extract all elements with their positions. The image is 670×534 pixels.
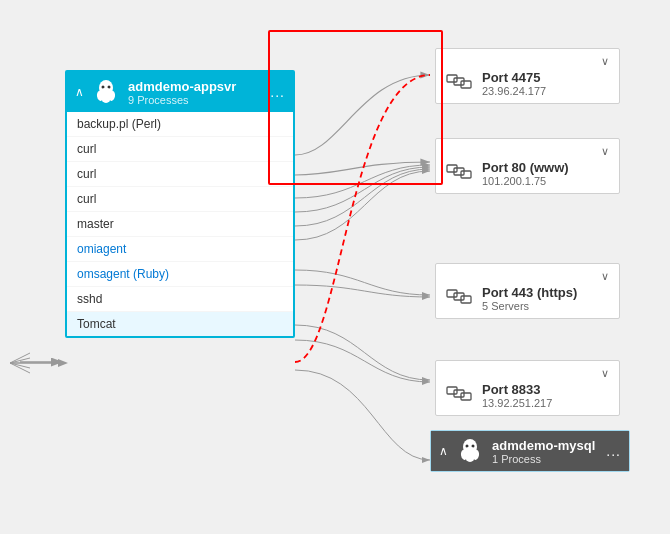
- port-80-header: ∨: [446, 145, 609, 158]
- process-list: backup.pl (Perl) curl curl curl master o…: [67, 112, 293, 336]
- svg-point-34: [465, 450, 475, 462]
- mysql-expand-icon[interactable]: ∧: [439, 444, 448, 458]
- port-4475-collapse[interactable]: ∨: [601, 55, 609, 68]
- process-item-omiagent[interactable]: omiagent: [67, 237, 293, 262]
- network-icon-443: [446, 287, 474, 311]
- port-443-header: ∨: [446, 270, 609, 283]
- port-443-title: Port 443 (https): [482, 285, 577, 300]
- canvas: ∧ admdemo-appsvr 9 Processes ... backup.…: [0, 0, 670, 534]
- port-80-collapse[interactable]: ∨: [601, 145, 609, 158]
- mysql-header: ∧ admdemo-mysql 1 Process ...: [431, 431, 629, 471]
- expand-icon[interactable]: ∧: [75, 85, 84, 99]
- server-name: admdemo-appsvr: [128, 79, 236, 94]
- port-443-subtitle: 5 Servers: [482, 300, 577, 312]
- network-icon-80: [446, 162, 474, 186]
- port-8833-title: Port 8833: [482, 382, 552, 397]
- svg-point-11: [108, 86, 111, 89]
- process-item[interactable]: curl: [67, 137, 293, 162]
- port-443-collapse[interactable]: ∨: [601, 270, 609, 283]
- server-card-header: ∧ admdemo-appsvr 9 Processes ...: [67, 72, 293, 112]
- svg-point-10: [102, 86, 105, 89]
- mysql-server-card: ∧ admdemo-mysql 1 Process ...: [430, 430, 630, 472]
- linux-icon: [92, 78, 120, 106]
- svg-line-8: [10, 363, 30, 373]
- port-80-info: Port 80 (www) 101.200.1.75: [446, 160, 609, 187]
- port-4475-subtitle: 23.96.24.177: [482, 85, 546, 97]
- port-4475-header: ∨: [446, 55, 609, 68]
- process-item[interactable]: backup.pl (Perl): [67, 112, 293, 137]
- port-80-subtitle: 101.200.1.75: [482, 175, 569, 187]
- mysql-title-group: admdemo-mysql 1 Process: [492, 438, 595, 465]
- port-4475-card: ∨ Port 4475 23.96.24.177: [435, 48, 620, 104]
- svg-point-15: [101, 91, 111, 103]
- port-443-card: ∨ Port 443 (https) 5 Servers: [435, 263, 620, 319]
- port-8833-collapse[interactable]: ∨: [601, 367, 609, 380]
- port-80-card: ∨ Port 80 (www) 101.200.1.75: [435, 138, 620, 194]
- mysql-linux-icon: [456, 437, 484, 465]
- main-server-card: ∧ admdemo-appsvr 9 Processes ... backup.…: [65, 70, 295, 338]
- process-item-tomcat[interactable]: Tomcat: [67, 312, 293, 336]
- port-4475-title: Port 4475: [482, 70, 546, 85]
- port-8833-card: ∨ Port 8833 13.92.251.217: [435, 360, 620, 416]
- mysql-more-icon[interactable]: ...: [606, 443, 621, 459]
- process-item-omsagent[interactable]: omsagent (Ruby): [67, 262, 293, 287]
- mysql-name: admdemo-mysql: [492, 438, 595, 453]
- mysql-processes: 1 Process: [492, 453, 595, 465]
- process-item[interactable]: curl: [67, 187, 293, 212]
- svg-line-5: [10, 353, 30, 363]
- process-item[interactable]: master: [67, 212, 293, 237]
- port-8833-text: Port 8833 13.92.251.217: [482, 382, 552, 409]
- svg-marker-4: [58, 359, 68, 367]
- port-443-info: Port 443 (https) 5 Servers: [446, 285, 609, 312]
- port-80-text: Port 80 (www) 101.200.1.75: [482, 160, 569, 187]
- svg-point-29: [466, 445, 469, 448]
- port-8833-header: ∨: [446, 367, 609, 380]
- more-options-icon[interactable]: ...: [270, 84, 285, 100]
- incoming-arrow-svg: [5, 348, 70, 378]
- port-443-text: Port 443 (https) 5 Servers: [482, 285, 577, 312]
- network-icon-8833: [446, 384, 474, 408]
- server-processes: 9 Processes: [128, 94, 236, 106]
- port-4475-info: Port 4475 23.96.24.177: [446, 70, 609, 97]
- process-item[interactable]: curl: [67, 162, 293, 187]
- port-4475-text: Port 4475 23.96.24.177: [482, 70, 546, 97]
- server-title-group: admdemo-appsvr 9 Processes: [128, 79, 236, 106]
- port-8833-info: Port 8833 13.92.251.217: [446, 382, 609, 409]
- network-icon-4475: [446, 72, 474, 96]
- svg-point-30: [472, 445, 475, 448]
- port-8833-subtitle: 13.92.251.217: [482, 397, 552, 409]
- process-item-sshd[interactable]: sshd: [67, 287, 293, 312]
- port-80-title: Port 80 (www): [482, 160, 569, 175]
